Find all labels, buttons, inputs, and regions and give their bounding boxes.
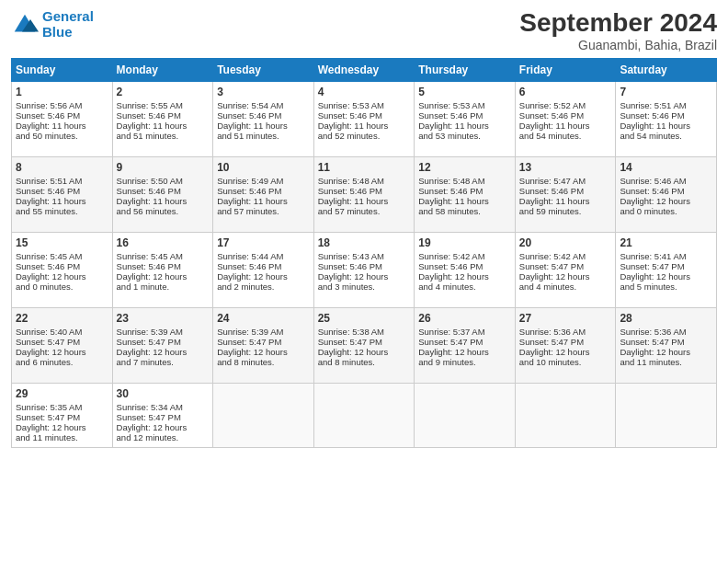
- table-row: 16 Sunrise: 5:45 AM Sunset: 5:46 PM Dayl…: [112, 232, 213, 307]
- empty-cell: [415, 383, 516, 447]
- col-saturday: Saturday: [616, 58, 717, 81]
- calendar-week-row: 15 Sunrise: 5:45 AM Sunset: 5:46 PM Dayl…: [12, 232, 717, 307]
- empty-cell: [616, 383, 717, 447]
- table-row: 13 Sunrise: 5:47 AM Sunset: 5:46 PM Dayl…: [515, 156, 616, 232]
- header: General Blue September 2024 Guanambi, Ba…: [11, 9, 717, 52]
- col-wednesday: Wednesday: [313, 58, 415, 81]
- calendar-week-row: 22 Sunrise: 5:40 AM Sunset: 5:47 PM Dayl…: [12, 307, 717, 383]
- table-row: 7 Sunrise: 5:51 AM Sunset: 5:46 PM Dayli…: [616, 81, 717, 156]
- calendar-table: Sunday Monday Tuesday Wednesday Thursday…: [11, 58, 717, 448]
- logo-icon: [11, 11, 39, 39]
- table-row: 18 Sunrise: 5:43 AM Sunset: 5:46 PM Dayl…: [313, 232, 415, 307]
- table-row: 25 Sunrise: 5:38 AM Sunset: 5:47 PM Dayl…: [313, 307, 415, 383]
- table-row: 14 Sunrise: 5:46 AM Sunset: 5:46 PM Dayl…: [616, 156, 717, 232]
- col-tuesday: Tuesday: [213, 58, 314, 81]
- col-friday: Friday: [515, 58, 616, 81]
- table-row: 26 Sunrise: 5:37 AM Sunset: 5:47 PM Dayl…: [415, 307, 516, 383]
- title-block: September 2024 Guanambi, Bahia, Brazil: [519, 9, 717, 52]
- table-row: 15 Sunrise: 5:45 AM Sunset: 5:46 PM Dayl…: [12, 232, 113, 307]
- page-container: General Blue September 2024 Guanambi, Ba…: [0, 0, 728, 455]
- empty-cell: [313, 383, 415, 447]
- location-subtitle: Guanambi, Bahia, Brazil: [519, 38, 717, 52]
- table-row: 6 Sunrise: 5:52 AM Sunset: 5:46 PM Dayli…: [515, 81, 616, 156]
- table-row: 19 Sunrise: 5:42 AM Sunset: 5:46 PM Dayl…: [415, 232, 516, 307]
- table-row: 8 Sunrise: 5:51 AM Sunset: 5:46 PM Dayli…: [12, 156, 113, 232]
- table-row: 22 Sunrise: 5:40 AM Sunset: 5:47 PM Dayl…: [12, 307, 113, 383]
- table-row: 1 Sunrise: 5:56 AM Sunset: 5:46 PM Dayli…: [12, 81, 113, 156]
- table-row: 21 Sunrise: 5:41 AM Sunset: 5:47 PM Dayl…: [616, 232, 717, 307]
- calendar-week-row: 8 Sunrise: 5:51 AM Sunset: 5:46 PM Dayli…: [12, 156, 717, 232]
- table-row: 27 Sunrise: 5:36 AM Sunset: 5:47 PM Dayl…: [515, 307, 616, 383]
- table-row: 11 Sunrise: 5:48 AM Sunset: 5:46 PM Dayl…: [313, 156, 415, 232]
- table-row: 24 Sunrise: 5:39 AM Sunset: 5:47 PM Dayl…: [213, 307, 314, 383]
- table-row: 28 Sunrise: 5:36 AM Sunset: 5:47 PM Dayl…: [616, 307, 717, 383]
- calendar-header-row: Sunday Monday Tuesday Wednesday Thursday…: [12, 58, 717, 81]
- table-row: 3 Sunrise: 5:54 AM Sunset: 5:46 PM Dayli…: [213, 81, 314, 156]
- col-thursday: Thursday: [415, 58, 516, 81]
- calendar-week-row: 29 Sunrise: 5:35 AM Sunset: 5:47 PM Dayl…: [12, 383, 717, 447]
- col-monday: Monday: [112, 58, 213, 81]
- table-row: 29 Sunrise: 5:35 AM Sunset: 5:47 PM Dayl…: [12, 383, 113, 447]
- empty-cell: [213, 383, 314, 447]
- calendar-week-row: 1 Sunrise: 5:56 AM Sunset: 5:46 PM Dayli…: [12, 81, 717, 156]
- table-row: 17 Sunrise: 5:44 AM Sunset: 5:46 PM Dayl…: [213, 232, 314, 307]
- month-title: September 2024: [519, 9, 717, 38]
- table-row: 5 Sunrise: 5:53 AM Sunset: 5:46 PM Dayli…: [415, 81, 516, 156]
- table-row: 2 Sunrise: 5:55 AM Sunset: 5:46 PM Dayli…: [112, 81, 213, 156]
- logo-text: General Blue: [42, 9, 94, 40]
- col-sunday: Sunday: [12, 58, 113, 81]
- empty-cell: [515, 383, 616, 447]
- table-row: 10 Sunrise: 5:49 AM Sunset: 5:46 PM Dayl…: [213, 156, 314, 232]
- table-row: 23 Sunrise: 5:39 AM Sunset: 5:47 PM Dayl…: [112, 307, 213, 383]
- table-row: 9 Sunrise: 5:50 AM Sunset: 5:46 PM Dayli…: [112, 156, 213, 232]
- table-row: 30 Sunrise: 5:34 AM Sunset: 5:47 PM Dayl…: [112, 383, 213, 447]
- table-row: 20 Sunrise: 5:42 AM Sunset: 5:47 PM Dayl…: [515, 232, 616, 307]
- logo: General Blue: [11, 9, 94, 40]
- table-row: 12 Sunrise: 5:48 AM Sunset: 5:46 PM Dayl…: [415, 156, 516, 232]
- table-row: 4 Sunrise: 5:53 AM Sunset: 5:46 PM Dayli…: [313, 81, 415, 156]
